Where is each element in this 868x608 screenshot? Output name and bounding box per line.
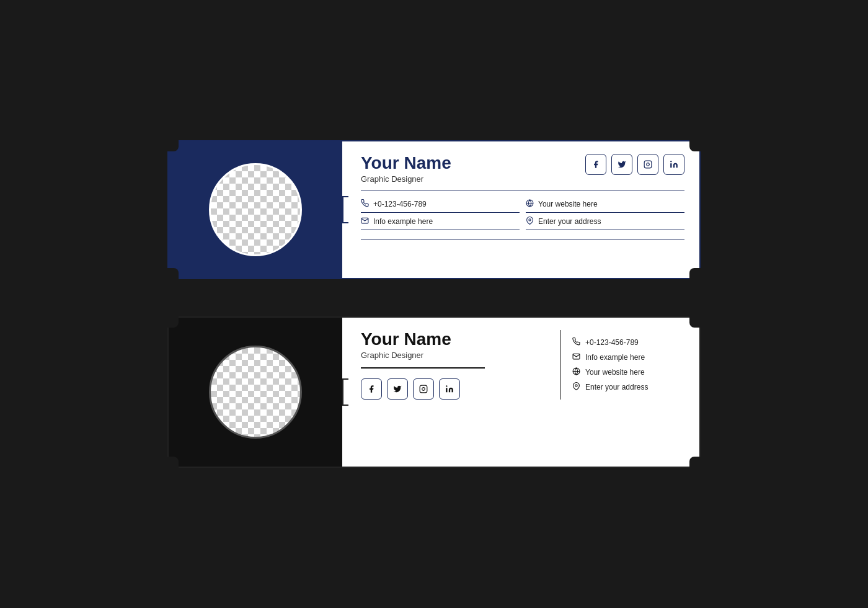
card1-job-title: Graphic Designer — [361, 174, 451, 184]
card2-name: Your Name — [361, 330, 548, 349]
svg-point-13 — [575, 385, 577, 387]
pin-icon — [526, 217, 534, 226]
card1-address-row: Enter your address — [526, 217, 684, 230]
card1-name-block: Your Name Graphic Designer — [361, 154, 451, 184]
card2-corner-br — [689, 457, 701, 468]
card2-job-title: Graphic Designer — [361, 351, 548, 360]
card2-photo-placeholder — [209, 346, 302, 439]
email-signature-card1: Your Name Graphic Designer — [167, 140, 701, 279]
twitter-icon[interactable] — [611, 154, 632, 175]
card1-phone-text: +0-123-456-789 — [373, 200, 427, 208]
card1-right-panel: Your Name Graphic Designer — [351, 141, 699, 278]
card1-wrapper: Your Name Graphic Designer — [167, 140, 701, 279]
card1-email-row: Info example here — [361, 217, 520, 230]
card2-bracket — [342, 318, 351, 467]
card2-social-icons — [361, 378, 548, 400]
card2-address-row: Enter your address — [572, 382, 684, 392]
svg-point-10 — [446, 385, 447, 387]
card2-content-section: Your Name Graphic Designer — [361, 330, 684, 400]
card1-left-panel — [169, 141, 342, 278]
card1-top-divider — [361, 190, 684, 190]
card1-photo-placeholder — [209, 163, 302, 256]
card2-website-text: Your website here — [585, 368, 645, 377]
card2-wrapper: Your Name Graphic Designer — [167, 316, 701, 468]
card1-info-grid: +0-123-456-789 Your website here Info ex… — [361, 199, 684, 230]
card2-address-text: Enter your address — [585, 383, 648, 391]
card2-website-row: Your website here — [572, 367, 684, 377]
card2-twitter-icon[interactable] — [387, 378, 408, 400]
card1-phone-row: +0-123-456-789 — [361, 199, 520, 213]
svg-rect-9 — [446, 388, 447, 392]
card2-left-panel — [169, 318, 342, 467]
svg-point-3 — [670, 161, 671, 162]
card2-contact-col: +0-123-456-789 Info example here Your we… — [560, 330, 684, 400]
svg-point-6 — [529, 219, 531, 221]
card1-website-row: Your website here — [526, 199, 684, 213]
card1-bracket — [342, 141, 351, 278]
card1-name: Your Name — [361, 154, 451, 173]
card2-right-panel: Your Name Graphic Designer — [351, 318, 699, 467]
card2-email-icon — [572, 352, 580, 362]
globe-icon — [526, 199, 534, 209]
phone-icon — [361, 199, 369, 209]
card2-phone-text: +0-123-456-789 — [585, 338, 639, 347]
email-icon — [361, 217, 369, 226]
card2-name-divider — [361, 367, 485, 369]
svg-rect-2 — [670, 163, 671, 168]
card1-address-text: Enter your address — [538, 217, 601, 226]
card1-social-icons — [585, 154, 684, 175]
svg-rect-0 — [644, 161, 652, 168]
facebook-icon[interactable] — [585, 154, 606, 175]
card1-email-text: Info example here — [373, 217, 433, 226]
instagram-icon[interactable] — [637, 154, 658, 175]
card2-phone-icon — [572, 338, 580, 347]
card2-email-text: Info example here — [585, 353, 645, 362]
card1-top-row: Your Name Graphic Designer — [361, 154, 684, 184]
card2-globe-icon — [572, 367, 580, 377]
svg-rect-7 — [420, 385, 427, 393]
linkedin-icon[interactable] — [663, 154, 684, 175]
card2-instagram-icon[interactable] — [413, 378, 434, 400]
card1-corner-br — [689, 268, 701, 279]
card2-phone-row: +0-123-456-789 — [572, 338, 684, 347]
card2-email-row: Info example here — [572, 352, 684, 362]
card1-website-text: Your website here — [538, 200, 598, 208]
card2-facebook-icon[interactable] — [361, 378, 382, 400]
email-signature-card2: Your Name Graphic Designer — [167, 316, 701, 468]
card1-bottom-divider — [361, 239, 684, 239]
card2-pin-icon — [572, 382, 580, 392]
card2-linkedin-icon[interactable] — [439, 378, 460, 400]
card2-name-social-col: Your Name Graphic Designer — [361, 330, 548, 400]
